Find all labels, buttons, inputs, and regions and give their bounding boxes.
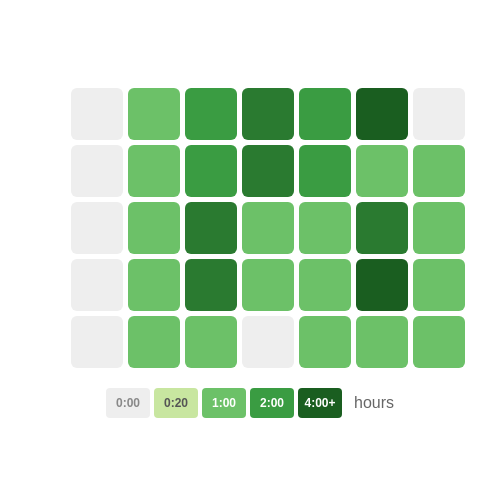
legend-suffix: hours bbox=[354, 394, 394, 412]
cell-r2-c4 bbox=[299, 202, 351, 254]
cell-r1-c6 bbox=[413, 145, 465, 197]
cell-r1-c0 bbox=[71, 145, 123, 197]
cell-r1-c2 bbox=[185, 145, 237, 197]
cell-r1-c3 bbox=[242, 145, 294, 197]
legend-item-4: 4:00+ bbox=[298, 388, 342, 418]
cell-r4-c4 bbox=[299, 316, 351, 368]
cell-r3-c5 bbox=[356, 259, 408, 311]
legend-box-1: 0:20 bbox=[154, 388, 198, 418]
cell-r1-c5 bbox=[356, 145, 408, 197]
heatmap-grid bbox=[71, 88, 465, 368]
legend-box-4: 4:00+ bbox=[298, 388, 342, 418]
cell-r4-c3 bbox=[242, 316, 294, 368]
cell-r0-c0 bbox=[71, 88, 123, 140]
cell-r3-c2 bbox=[185, 259, 237, 311]
cell-r3-c4 bbox=[299, 259, 351, 311]
cell-r2-c2 bbox=[185, 202, 237, 254]
cell-r3-c3 bbox=[242, 259, 294, 311]
cell-r0-c6 bbox=[413, 88, 465, 140]
time-label-2 bbox=[35, 146, 65, 198]
time-label-4 bbox=[35, 258, 65, 310]
cell-r3-c1 bbox=[128, 259, 180, 311]
cell-r4-c1 bbox=[128, 316, 180, 368]
cell-r0-c3 bbox=[242, 88, 294, 140]
time-label-5 bbox=[35, 314, 65, 366]
cell-r2-c3 bbox=[242, 202, 294, 254]
cell-r4-c5 bbox=[356, 316, 408, 368]
legend-item-2: 1:00 bbox=[202, 388, 246, 418]
cell-r1-c1 bbox=[128, 145, 180, 197]
cell-r4-c0 bbox=[71, 316, 123, 368]
cell-r0-c1 bbox=[128, 88, 180, 140]
cell-r3-c0 bbox=[71, 259, 123, 311]
cell-r2-c1 bbox=[128, 202, 180, 254]
cell-r2-c5 bbox=[356, 202, 408, 254]
time-labels bbox=[35, 88, 65, 368]
cell-r0-c5 bbox=[356, 88, 408, 140]
legend-item-0: 0:00 bbox=[106, 388, 150, 418]
legend-box-3: 2:00 bbox=[250, 388, 294, 418]
time-label-3 bbox=[35, 202, 65, 254]
legend-item-1: 0:20 bbox=[154, 388, 198, 418]
cell-r4-c2 bbox=[185, 316, 237, 368]
legend: 0:000:201:002:004:00+hours bbox=[106, 388, 394, 418]
cell-r2-c6 bbox=[413, 202, 465, 254]
time-label-1 bbox=[35, 90, 65, 142]
cell-r2-c0 bbox=[71, 202, 123, 254]
cell-r1-c4 bbox=[299, 145, 351, 197]
cell-r0-c2 bbox=[185, 88, 237, 140]
legend-box-2: 1:00 bbox=[202, 388, 246, 418]
cell-r0-c4 bbox=[299, 88, 351, 140]
legend-item-3: 2:00 bbox=[250, 388, 294, 418]
cell-r3-c6 bbox=[413, 259, 465, 311]
chart-container: 0:000:201:002:004:00+hours bbox=[0, 62, 500, 438]
cell-r4-c6 bbox=[413, 316, 465, 368]
legend-box-0: 0:00 bbox=[106, 388, 150, 418]
grid-area bbox=[35, 88, 465, 368]
